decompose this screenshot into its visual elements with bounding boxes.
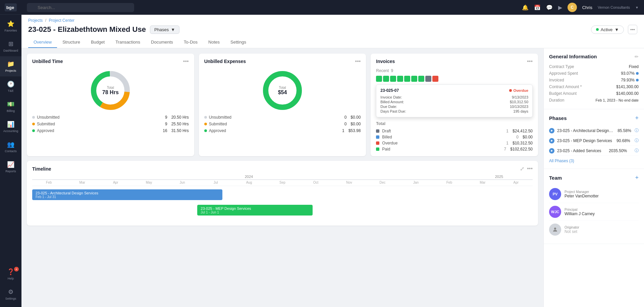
messages-icon[interactable]: 💬 xyxy=(546,4,553,11)
inv-dot-paid xyxy=(418,76,424,82)
tab-notes[interactable]: Notes xyxy=(203,37,225,48)
status-button[interactable]: Active ▼ xyxy=(591,25,624,34)
invoice-tooltip: 23-025-07 Overdue Invoice Date: 9/13/202… xyxy=(376,84,533,117)
help-badge: 4 xyxy=(14,267,19,271)
stat-label: Submitted xyxy=(209,122,344,126)
unbilled-expenses-menu[interactable]: ••• xyxy=(355,58,361,64)
timeline-bar-arch[interactable]: 23-025 - Architectural Design Services F… xyxy=(32,189,222,200)
play-icon[interactable]: ▶ xyxy=(558,4,562,11)
more-options-button[interactable]: ••• xyxy=(628,25,637,34)
sidebar-item-settings[interactable]: ⚙ Settings xyxy=(0,284,21,304)
stat-value: $0.00 xyxy=(351,115,361,120)
approved-dot xyxy=(32,129,35,132)
tab-transactions[interactable]: Transactions xyxy=(110,37,146,48)
breadcrumb-projects[interactable]: Projects xyxy=(28,18,43,23)
invoiced-row: Invoiced 79.93% xyxy=(549,77,639,83)
calendar-icon[interactable]: 📅 xyxy=(534,4,541,11)
nav-tabs: Overview Structure Budget Transactions D… xyxy=(28,37,637,48)
tooltip-header: 23-025-07 Overdue xyxy=(380,88,528,93)
exp-approved-dot xyxy=(204,129,207,132)
team-info-principal: Principal William J Carney xyxy=(565,208,639,216)
phases-button[interactable]: Phases ▼ xyxy=(150,25,179,34)
sidebar-item-favorites[interactable]: ⭐ Favorites xyxy=(0,16,21,36)
sidebar-item-dashboard[interactable]: ⊞ Dashboard xyxy=(0,36,21,56)
exp-stat-row-submitted: Submitted 0 $0.00 xyxy=(204,121,361,127)
phases-label: Phases xyxy=(154,27,169,32)
month-oct: Oct xyxy=(299,181,332,184)
sidebar-item-label: T&E xyxy=(8,89,14,93)
left-panel: Unbilled Time ••• xyxy=(21,48,543,307)
tooltip-row: Days Past Due: 195 days xyxy=(380,109,528,114)
sidebar-item-label: Projects xyxy=(5,69,16,72)
breadcrumb: Projects / Project Center xyxy=(28,18,637,23)
user-name[interactable]: Chris xyxy=(582,5,592,10)
sidebar-item-billing[interactable]: 💵 Billing xyxy=(0,97,21,117)
project-header: Projects / Project Center 23-025 - Eliza… xyxy=(21,15,644,48)
phase-play-button[interactable] xyxy=(549,148,554,154)
team-role: Principal xyxy=(565,208,639,211)
sidebar-item-contacts[interactable]: 👥 Contacts xyxy=(0,137,21,157)
tab-overview[interactable]: Overview xyxy=(28,37,57,48)
inv-dot-paid xyxy=(397,76,403,82)
phase-play-button[interactable] xyxy=(549,128,554,133)
phases-add-icon[interactable]: + xyxy=(635,115,639,122)
sidebar-item-tne[interactable]: 🕐 T&E xyxy=(0,76,21,97)
all-phases-link[interactable]: All Phases (3) xyxy=(549,156,639,163)
inv-total-count: 0 xyxy=(516,135,519,139)
stat-count: 16 xyxy=(163,128,167,133)
unbilled-time-card: Unbilled Time ••• xyxy=(27,54,194,156)
timeline-months: Feb Mar Apr May Jun Jul Aug Sep Oct Nov … xyxy=(32,181,533,186)
avatar[interactable]: C xyxy=(568,3,577,12)
general-info-edit-icon[interactable]: ✏ xyxy=(635,54,639,59)
phase-info-icon[interactable]: ⓘ xyxy=(635,138,639,143)
team-member-principal: WJC Principal William J Carney xyxy=(549,203,639,221)
month-sep: Sep xyxy=(266,181,299,184)
unbilled-time-menu[interactable]: ••• xyxy=(183,58,189,64)
inv-dot-paid xyxy=(404,76,410,82)
phase-info-icon[interactable]: ⓘ xyxy=(635,128,639,133)
inv-total-count: 1 xyxy=(506,141,508,145)
sidebar-item-accounting[interactable]: 📊 Accounting xyxy=(0,117,21,137)
app-logo: bge xyxy=(0,0,21,15)
main-panels: Unbilled Time ••• xyxy=(21,48,644,307)
stat-row-submitted: Submitted 9 25.50 Hrs xyxy=(32,121,189,127)
contract-amount-label: Contract Amount * xyxy=(549,84,582,89)
user-chevron-icon[interactable]: ▼ xyxy=(635,6,639,9)
tab-structure[interactable]: Structure xyxy=(57,37,86,48)
stat-label: Submitted xyxy=(37,122,165,126)
invoices-title: Invoices xyxy=(376,59,395,64)
timeline-bar-mep[interactable]: 23-025 - MEP Design Services Jul 1 - Jun… xyxy=(197,205,312,216)
right-panel: General Information ✏ Contract Type Fixe… xyxy=(543,48,644,307)
timeline-year-labels: 2024 2025 xyxy=(32,175,533,180)
phase-play-button[interactable] xyxy=(549,138,554,143)
timeline-title: Timeline xyxy=(32,166,51,172)
phase-item-mep: 23-025 - MEP Design Services 90.68% ⓘ xyxy=(549,136,639,146)
timeline-menu-icon[interactable]: ••• xyxy=(527,166,533,172)
breadcrumb-project-center[interactable]: Project Center xyxy=(49,18,74,23)
invoices-menu[interactable]: ••• xyxy=(527,58,533,64)
general-info-section: General Information ✏ Contract Type Fixe… xyxy=(544,48,644,109)
donut-total-value-exp: $54 xyxy=(278,89,287,96)
search-input[interactable] xyxy=(27,3,134,12)
content-wrap: Projects / Project Center 23-025 - Eliza… xyxy=(21,15,644,307)
sidebar-bottom: ❓ Help 4 ⚙ Settings xyxy=(0,264,21,307)
team-add-icon[interactable]: + xyxy=(635,174,639,181)
month-feb: Feb xyxy=(32,181,65,184)
sidebar-item-reports[interactable]: 📈 Reports xyxy=(0,157,21,177)
phase-info-icon[interactable]: ⓘ xyxy=(635,148,639,154)
tab-documents[interactable]: Documents xyxy=(146,37,178,48)
sidebar-item-projects[interactable]: 📁 Projects xyxy=(0,56,21,76)
dashboard-icon: ⊞ xyxy=(8,40,13,48)
tab-budget[interactable]: Budget xyxy=(86,37,110,48)
notifications-icon[interactable]: 🔔 xyxy=(522,4,529,11)
phase-name: 23-025 - Architectural Design Serv... xyxy=(557,128,614,133)
sidebar-item-label: Billing xyxy=(7,109,15,113)
tab-todos[interactable]: To-Dos xyxy=(178,37,203,48)
tooltip-val: 195 days xyxy=(513,109,528,113)
stat-label: Approved xyxy=(209,128,342,133)
bar-mep-label: 23-025 - MEP Design Services xyxy=(201,206,312,210)
timeline-expand-icon[interactable]: ⤢ xyxy=(520,166,524,172)
sidebar-item-help[interactable]: ❓ Help 4 xyxy=(0,264,21,284)
tab-settings[interactable]: Settings xyxy=(225,37,252,48)
stat-label: Unsubmitted xyxy=(209,115,344,120)
